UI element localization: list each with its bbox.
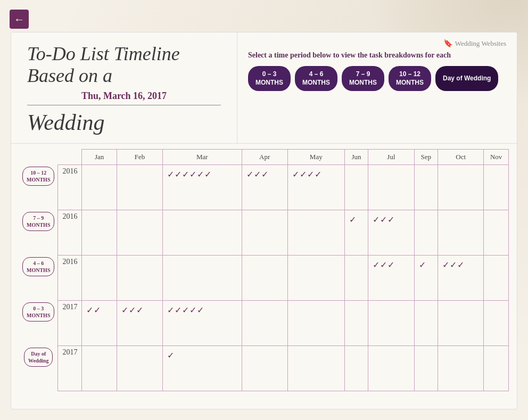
calendar-section: Jan Feb Mar Apr May Jun Jul Sep Oct Nov … (11, 144, 517, 409)
check-mark: ✓ (442, 260, 449, 270)
calendar-cell: ✓✓✓ (368, 210, 414, 255)
calendar-cell (438, 300, 484, 345)
instruction-text: Select a time period below to view the t… (248, 51, 506, 60)
calendar-cell (287, 345, 344, 391)
year-cell: 2017 (58, 300, 82, 345)
row-label-cell: Day ofWedding (19, 345, 58, 391)
calendar-cell (438, 345, 484, 391)
check-mark: ✓ (307, 169, 314, 179)
month-sep: Sep (414, 149, 438, 164)
calendar-cell: ✓ (344, 210, 368, 255)
calendar-cell (82, 255, 117, 300)
calendar-cell (287, 210, 344, 255)
btn-day-of-wedding[interactable]: Day of Wedding (435, 66, 498, 91)
check-mark: ✓ (457, 260, 464, 270)
check-mark: ✓ (246, 169, 253, 179)
check-mark: ✓ (129, 305, 136, 315)
title-panel: To-Do List Timeline Based on a Thu, Marc… (11, 32, 237, 144)
bookmark-icon: 🔖 (443, 39, 452, 48)
calendar-cell (484, 255, 509, 300)
check-mark: ✓ (373, 260, 380, 270)
calendar-cell (414, 300, 438, 345)
calendar-cell (163, 255, 242, 300)
calendar-cell (438, 210, 484, 255)
calendar-cell (117, 164, 162, 210)
check-mark: ✓ (189, 169, 196, 179)
calendar-cell (368, 164, 414, 210)
check-mark: ✓ (197, 305, 204, 315)
check-mark: ✓ (94, 305, 101, 315)
table-row: 7 – 9MONTHS2016✓✓✓✓ (19, 210, 509, 255)
check-mark: ✓ (175, 169, 182, 179)
calendar-cell (287, 300, 344, 345)
check-mark: ✓ (136, 305, 143, 315)
calendar-cell: ✓✓✓ (117, 300, 162, 345)
calendar-cell (484, 164, 509, 210)
check-mark: ✓ (315, 169, 321, 179)
check-mark: ✓ (189, 305, 196, 315)
check-mark: ✓ (182, 305, 189, 315)
check-mark: ✓ (204, 169, 211, 179)
check-mark: ✓ (380, 215, 387, 225)
check-mark: ✓ (380, 260, 387, 270)
row-label-badge[interactable]: 7 – 9MONTHS (22, 212, 54, 231)
check-mark: ✓ (261, 169, 268, 179)
row-label-badge[interactable]: Day ofWedding (24, 348, 53, 367)
btn-0-3-months[interactable]: 0 – 3MONTHS (248, 66, 291, 91)
back-button[interactable] (10, 10, 29, 29)
calendar-cell: ✓✓✓✓✓ (163, 300, 242, 345)
calendar-cell: ✓✓✓ (438, 255, 484, 300)
table-row: Day ofWedding2017✓ (19, 345, 509, 391)
calendar-cell (242, 210, 287, 255)
row-label-cell: 7 – 9MONTHS (19, 210, 58, 255)
calendar-cell (344, 300, 368, 345)
btn-10-12-months[interactable]: 10 – 12MONTHS (389, 66, 431, 91)
table-row: 10 – 12MONTHS2016✓✓✓✓✓✓✓✓✓✓✓✓✓ (19, 164, 509, 210)
calendar-cell (484, 210, 509, 255)
period-buttons: 0 – 3MONTHS 4 – 6MONTHS 7 – 9MONTHS 10 –… (248, 66, 506, 91)
calendar-cell: ✓✓✓✓ (287, 164, 344, 210)
calendar-cell (117, 210, 162, 255)
row-label-badge[interactable]: 4 – 6MONTHS (22, 257, 54, 276)
calendar-cell (414, 164, 438, 210)
check-mark: ✓ (387, 215, 394, 225)
month-jan: Jan (82, 149, 117, 164)
calendar-cell: ✓✓✓ (368, 255, 414, 300)
month-apr: Apr (242, 149, 287, 164)
wedding-date: Thu, March 16, 2017 (27, 90, 221, 102)
calendar-cell (484, 300, 509, 345)
calendar-cell (242, 345, 287, 391)
title-line1: To-Do List Timeline Based on a (27, 43, 221, 87)
calendar-cell (344, 164, 368, 210)
check-mark: ✓ (450, 260, 457, 270)
month-nov: Nov (484, 149, 509, 164)
calendar-cell: ✓ (163, 345, 242, 391)
calendar-cell (344, 345, 368, 391)
calendar-cell (242, 255, 287, 300)
year-header (58, 149, 82, 164)
row-label-cell: 0 – 3MONTHS (19, 300, 58, 345)
row-label-badge[interactable]: 0 – 3MONTHS (22, 302, 54, 322)
check-mark: ✓ (373, 215, 380, 225)
check-mark: ✓ (349, 215, 356, 225)
month-jun: Jun (344, 149, 368, 164)
btn-4-6-months[interactable]: 4 – 6MONTHS (295, 66, 337, 91)
month-jul: Jul (368, 149, 414, 164)
calendar-cell (344, 255, 368, 300)
check-mark: ✓ (254, 169, 261, 179)
check-mark: ✓ (167, 169, 174, 179)
row-label-badge[interactable]: 10 – 12MONTHS (22, 167, 54, 186)
check-mark: ✓ (292, 169, 299, 179)
calendar-cell (414, 345, 438, 391)
btn-7-9-months[interactable]: 7 – 9MONTHS (342, 66, 384, 91)
corner-header (19, 149, 58, 164)
calendar-cell (163, 210, 242, 255)
check-mark: ✓ (121, 305, 128, 315)
check-mark: ✓ (419, 260, 426, 270)
year-cell: 2016 (58, 210, 82, 255)
month-may: May (287, 149, 344, 164)
calendar-cell: ✓✓✓ (242, 164, 287, 210)
calendar-cell: ✓ (414, 255, 438, 300)
right-panel: 🔖 Wedding Websites Select a time period … (237, 32, 517, 144)
check-mark: ✓ (387, 260, 394, 270)
